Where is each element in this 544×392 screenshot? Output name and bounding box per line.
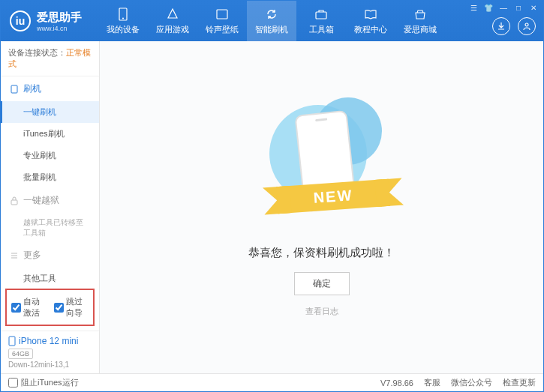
maximize-icon[interactable]: □ (513, 2, 524, 13)
sidebar: 设备连接状态：正常模式 刷机 一键刷机 iTunes刷机 专业刷机 批量刷机 一… (1, 41, 100, 373)
toolbox-icon (314, 7, 328, 21)
device-storage: 64GB (8, 349, 33, 359)
nav-ringtone[interactable]: 铃声壁纸 (197, 1, 247, 41)
cb-auto-activate[interactable]: 自动激活 (11, 296, 47, 319)
nav-apps[interactable]: 应用游戏 (148, 1, 197, 41)
titlebar-right-icons (492, 17, 536, 35)
item-itunes-flash[interactable]: iTunes刷机 (1, 123, 99, 145)
success-illustration: NEW (262, 97, 382, 232)
sidebar-menu: 刷机 一键刷机 iTunes刷机 专业刷机 批量刷机 一键越狱 越狱工具已转移至… (1, 76, 99, 284)
cb-auto-activate-input[interactable] (11, 303, 21, 313)
brand-sub: www.i4.cn (37, 25, 82, 32)
block-itunes-input[interactable] (8, 378, 18, 388)
item-other-tools[interactable]: 其他工具 (1, 268, 99, 284)
book-icon (364, 7, 377, 21)
lock-icon (10, 196, 19, 205)
svg-rect-5 (11, 85, 17, 93)
ok-button[interactable]: 确定 (294, 272, 350, 295)
skin-icon[interactable]: 👕 (483, 2, 494, 13)
device-model: Down-12mini-13,1 (8, 361, 92, 369)
top-nav: 我的设备 应用游戏 铃声壁纸 智能刷机 工具箱 教程中心 爱思商城 (98, 1, 445, 41)
checkbox-area: 自动激活 跳过向导 (5, 289, 95, 326)
logo-icon: iu (10, 10, 31, 31)
nav-my-device[interactable]: 我的设备 (98, 1, 148, 41)
svg-point-1 (122, 17, 124, 19)
nav-toolbox[interactable]: 工具箱 (296, 1, 346, 41)
update-link[interactable]: 检查更新 (503, 377, 536, 388)
group-more[interactable]: 更多 (1, 243, 99, 268)
svg-rect-6 (11, 200, 17, 205)
menu-icon[interactable]: ☰ (468, 2, 479, 13)
main-content: NEW 恭喜您，保资料刷机成功啦！ 确定 查看日志 (100, 41, 543, 373)
device-icon (8, 336, 16, 346)
footer: 阻止iTunes运行 V7.98.66 客服 微信公众号 检查更新 (1, 373, 543, 391)
group-jailbreak[interactable]: 一键越狱 (1, 188, 99, 213)
download-icon[interactable] (492, 17, 510, 35)
item-batch-flash[interactable]: 批量刷机 (1, 166, 99, 188)
window-controls: ☰ 👕 — □ ✕ (468, 2, 539, 13)
group-flash[interactable]: 刷机 (1, 76, 99, 101)
nav-tutorial[interactable]: 教程中心 (346, 1, 395, 41)
footer-right: V7.98.66 客服 微信公众号 检查更新 (380, 377, 536, 388)
device-status: 设备连接状态：正常模式 (1, 41, 99, 76)
titlebar: iu 爱思助手 www.i4.cn 我的设备 应用游戏 铃声壁纸 智能刷机 工具… (1, 1, 543, 41)
user-icon[interactable] (518, 17, 536, 35)
version-label: V7.98.66 (380, 379, 413, 388)
device-name: iPhone 12 mini (8, 336, 92, 346)
phone-icon (116, 7, 130, 21)
refresh-icon (265, 7, 278, 21)
cb-skip-guide-input[interactable] (54, 303, 64, 313)
apps-icon (166, 7, 179, 21)
list-icon (10, 251, 19, 260)
store-icon (413, 7, 427, 21)
svg-rect-2 (217, 10, 227, 19)
logo-area: iu 爱思助手 www.i4.cn (1, 10, 98, 32)
jailbreak-note: 越狱工具已转移至工具箱 (1, 213, 99, 243)
wallpaper-icon (215, 7, 229, 21)
support-link[interactable]: 客服 (424, 377, 440, 388)
success-text: 恭喜您，保资料刷机成功啦！ (248, 246, 395, 260)
nav-flash[interactable]: 智能刷机 (247, 1, 296, 41)
device-box[interactable]: iPhone 12 mini 64GB Down-12mini-13,1 (1, 331, 99, 373)
phone-small-icon (10, 85, 19, 94)
svg-rect-7 (9, 337, 15, 346)
minimize-icon[interactable]: — (498, 2, 509, 13)
nav-store[interactable]: 爱思商城 (395, 1, 445, 41)
close-icon[interactable]: ✕ (528, 2, 539, 13)
wechat-link[interactable]: 微信公众号 (451, 377, 492, 388)
svg-rect-3 (316, 12, 326, 19)
brand-name: 爱思助手 (37, 10, 82, 25)
view-log-link[interactable]: 查看日志 (305, 306, 338, 317)
body: 设备连接状态：正常模式 刷机 一键刷机 iTunes刷机 专业刷机 批量刷机 一… (1, 41, 543, 373)
cb-skip-guide[interactable]: 跳过向导 (54, 296, 89, 319)
item-onekey-flash[interactable]: 一键刷机 (1, 101, 99, 123)
item-pro-flash[interactable]: 专业刷机 (1, 145, 99, 166)
block-itunes[interactable]: 阻止iTunes运行 (8, 377, 79, 388)
svg-point-4 (525, 23, 528, 26)
